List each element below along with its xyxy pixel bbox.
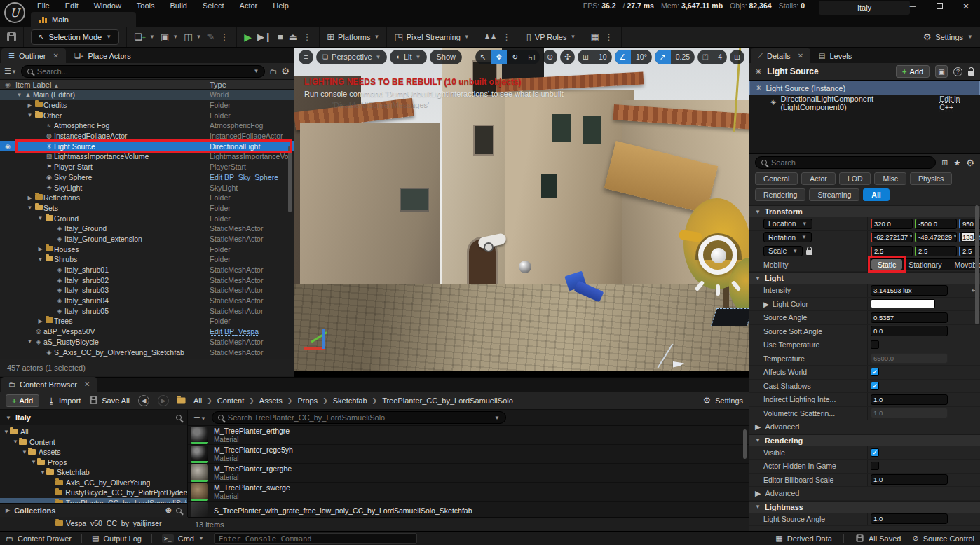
mobility-stationary[interactable]: Stationary <box>902 259 948 270</box>
add-collection-icon[interactable]: ⊕ <box>165 506 172 515</box>
menu-actor[interactable]: Actor <box>233 1 264 11</box>
component-row[interactable]: ✳DirectionalLightComponent (LightCompone… <box>749 95 980 110</box>
table-row[interactable]: ▧LightmassImportanceVolumeLightmassImpor… <box>0 151 294 162</box>
filter-chip-rendering[interactable]: Rendering <box>755 188 805 201</box>
color-swatch[interactable] <box>871 299 935 308</box>
scale-dropdown[interactable]: Scale▼ <box>763 246 803 256</box>
scale-snap-value[interactable]: 0.25 <box>671 50 695 64</box>
expander-icon[interactable]: ▼ <box>15 92 23 98</box>
table-row[interactable]: ◉✳Light SourceDirectionalLight <box>0 141 294 151</box>
minimize-button[interactable]: ─ <box>907 1 918 11</box>
menu-edit[interactable]: Edit <box>59 1 85 11</box>
value-input[interactable]: 1.0 <box>871 394 948 405</box>
close-button[interactable]: ✕ <box>960 1 972 11</box>
checkbox[interactable]: ✓ <box>871 382 879 390</box>
breadcrumb-item[interactable]: Props <box>297 396 318 405</box>
axis-field-x[interactable]: 2.5 <box>871 246 913 256</box>
tree-item[interactable]: ▼All <box>0 427 187 437</box>
new-folder-icon[interactable]: 🗀 <box>269 67 277 76</box>
content-browser-settings[interactable]: ⚙ Settings <box>703 395 743 406</box>
play-options-dots-icon[interactable]: ⋮ <box>303 32 312 42</box>
lock-icon[interactable] <box>968 71 974 76</box>
unreal-logo-icon[interactable]: U <box>4 2 25 23</box>
details-settings-icon[interactable]: ⚙ <box>966 158 974 168</box>
table-row[interactable]: ◈Italy_shrub02StaticMeshActor <box>0 275 294 285</box>
derived-data-button[interactable]: ▦ Derived Data <box>775 534 832 543</box>
filter-chip-physics[interactable]: Physics <box>910 172 952 185</box>
eye-icon[interactable]: ◉ <box>0 143 15 150</box>
outliner-column-header[interactable]: ◉ Item Label ▲ Type <box>0 79 294 90</box>
cinematics-dropdown[interactable]: ◫▼ <box>184 32 201 42</box>
perspective-dropdown[interactable]: ❏ Perspective ▼ <box>316 50 387 64</box>
menu-file[interactable]: File <box>31 1 56 11</box>
asset-item[interactable]: M_TreePlanter_rgergheMaterial <box>188 464 749 483</box>
value-input[interactable]: 0.5357 <box>871 312 948 323</box>
menu-help[interactable]: Help <box>266 1 295 11</box>
expander-icon[interactable]: ▼ <box>26 112 34 118</box>
asset-list-scrollbar[interactable] <box>743 429 747 459</box>
source-selector[interactable]: ▼ Italy <box>0 410 187 425</box>
axis-field-y[interactable]: 2.5 <box>915 246 957 256</box>
axis-field-x[interactable]: 320.0 <box>871 219 913 229</box>
close-icon[interactable]: ✕ <box>84 380 90 388</box>
table-row[interactable]: ▼SetsFolder <box>0 203 294 214</box>
expander-icon[interactable]: ▼ <box>12 439 19 445</box>
expander-icon[interactable]: ▶ <box>36 318 44 324</box>
help-icon[interactable]: ? <box>953 67 962 76</box>
scale-snap-icon[interactable]: ↗ <box>655 50 671 64</box>
expander-icon[interactable]: ▼ <box>21 449 28 455</box>
expander-icon[interactable]: ▶ <box>26 102 34 109</box>
table-row[interactable]: ◈Italy_shrub05StaticMeshActor <box>0 305 294 316</box>
add-actor-dropdown[interactable]: ❏+▼ <box>134 32 155 42</box>
add-component-button[interactable]: + Add <box>896 65 930 78</box>
breadcrumb-item[interactable]: Content <box>217 396 245 405</box>
scale-tool-icon[interactable]: ◱ <box>523 50 540 64</box>
axis-field-x[interactable]: -62.272137 ° <box>871 232 913 242</box>
asset-item[interactable]: M_TreePlanter_swergeMaterial <box>188 483 749 502</box>
tree-item[interactable]: RustyBicycle_CC_by_PiotrPjotDyderski <box>0 488 187 498</box>
table-row[interactable]: ◉Sky SphereEdit BP_Sky_Sphere <box>0 172 294 183</box>
outliner-settings-icon[interactable]: ⚙ <box>281 66 290 76</box>
filter-chip-streaming[interactable]: Streaming <box>809 188 859 201</box>
tree-item[interactable]: ▼Props <box>0 457 187 468</box>
close-icon[interactable]: ✕ <box>798 52 803 60</box>
grid-snap-value[interactable]: 10 <box>594 50 612 64</box>
camera-speed-value[interactable]: 4 <box>713 50 727 64</box>
table-row[interactable]: ▼OtherFolder <box>0 110 294 120</box>
viewport-menu-icon[interactable]: ≡ <box>299 50 313 64</box>
menu-build[interactable]: Build <box>164 1 193 11</box>
pixel-streaming-dropdown[interactable]: ◳Pixel Streaming▼ <box>394 32 469 42</box>
table-row[interactable]: ⚑Player StartPlayerStart <box>0 162 294 172</box>
type-link[interactable]: Edit BP_Vespa <box>210 327 294 336</box>
search-icon[interactable] <box>176 508 182 513</box>
overflow-dots-icon[interactable]: ⋮ <box>220 32 229 42</box>
asset-item[interactable]: M_TreePlanter_erthgreMaterial <box>188 426 749 445</box>
filter-icon[interactable]: ☰▼ <box>193 413 206 422</box>
edit-in-cpp-link[interactable]: Edit in C++ <box>939 95 974 111</box>
frame-skip-button[interactable]: ▶❙ <box>257 32 272 42</box>
import-button[interactable]: ⭳ Import <box>48 396 81 405</box>
table-row[interactable]: ▼GroundFolder <box>0 213 294 223</box>
surface-snap-icon[interactable]: ✣ <box>560 50 575 64</box>
component-row[interactable]: ✳Light Source (Instance) <box>749 81 980 95</box>
location-dropdown[interactable]: Location▼ <box>763 219 812 229</box>
vp-roles-dropdown[interactable]: ▯VP Roles▼ <box>526 32 576 42</box>
expander-icon[interactable]: ▶ <box>36 246 44 252</box>
table-row[interactable]: ≈Atmospheric FogAtmosphericFog <box>0 120 294 131</box>
expander-icon[interactable]: ▼ <box>3 429 10 435</box>
table-row[interactable]: ▼◈aS_RustyBicycleStaticMeshActor <box>0 337 294 347</box>
checkbox[interactable]: ✓ <box>871 368 879 376</box>
select-tool-icon[interactable]: ↖ <box>475 50 491 64</box>
selection-mode-dropdown[interactable]: ↖ Selection Mode ▼ <box>31 29 119 45</box>
cmd-dropdown[interactable]: >_ Cmd ▼ <box>162 534 204 543</box>
asset-search-input[interactable]: Search TreePlanter_CC_by_LordSamueliSolo… <box>212 411 506 424</box>
value-input[interactable]: 3.141593 lux <box>871 285 948 296</box>
add-asset-button[interactable]: + Add <box>6 394 39 407</box>
section-header-light[interactable]: ▼Light <box>749 272 980 284</box>
table-row[interactable]: ◈Italy_Ground_extensionStaticMeshActor <box>0 234 294 244</box>
axis-field-y[interactable]: -49.472829 ° <box>915 232 957 242</box>
restore-button[interactable] <box>934 1 945 11</box>
tab-place-actors[interactable]: ❏+ Place Actors <box>67 48 138 63</box>
checkbox[interactable] <box>871 340 879 349</box>
quad-view-icon[interactable]: ⊞ <box>730 50 744 64</box>
